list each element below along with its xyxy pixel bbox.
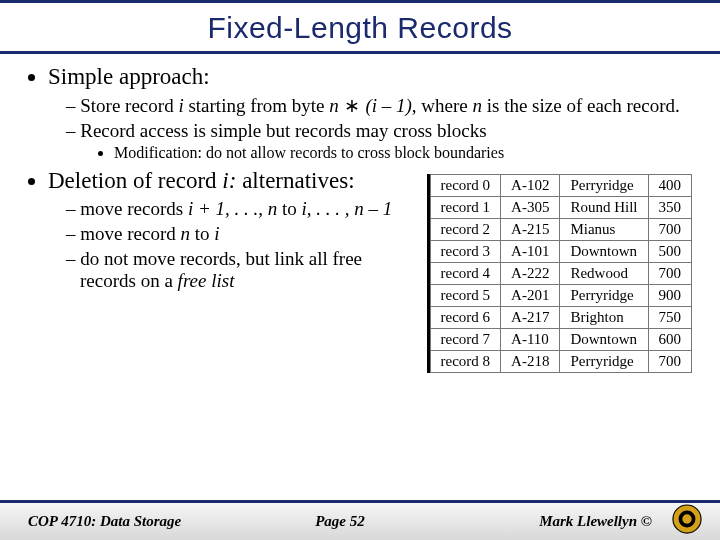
table-cell: record 6	[430, 307, 501, 329]
table-cell: A-305	[501, 197, 560, 219]
table-row: record 8A-218Perryridge700	[430, 351, 691, 373]
table-cell: record 7	[430, 329, 501, 351]
bullet-do-not-move: do not move records, but link all free r…	[66, 248, 414, 292]
table-cell: Perryridge	[560, 351, 648, 373]
table-cell: 400	[648, 175, 692, 197]
right-column: record 0A-102Perryridge400record 1A-305R…	[430, 174, 692, 373]
footer-page: Page 52	[236, 513, 444, 530]
table-cell: Brighton	[560, 307, 648, 329]
table-row: record 3A-101Downtown500	[430, 241, 691, 263]
footer-bar: COP 4710: Data Storage Page 52 Mark Llew…	[0, 500, 720, 540]
table-cell: 600	[648, 329, 692, 351]
table-cell: A-201	[501, 285, 560, 307]
table-cell: A-222	[501, 263, 560, 285]
table-cell: 900	[648, 285, 692, 307]
bullet-move-records: move records i + 1, . . ., n to i, . . .…	[66, 198, 414, 220]
table-row: record 6A-217Brighton750	[430, 307, 691, 329]
slide-content: Simple approach: Store record i starting…	[0, 54, 720, 373]
table-cell: record 5	[430, 285, 501, 307]
table-row: record 7A-110Downtown600	[430, 329, 691, 351]
table-cell: 700	[648, 351, 692, 373]
table-cell: A-101	[501, 241, 560, 263]
table-cell: record 0	[430, 175, 501, 197]
svg-point-2	[682, 514, 691, 523]
table-cell: Mianus	[560, 219, 648, 241]
table-cell: 700	[648, 219, 692, 241]
table-row: record 0A-102Perryridge400	[430, 175, 691, 197]
table-cell: A-215	[501, 219, 560, 241]
bullet-move-record-n: move record n to i	[66, 223, 414, 245]
table-cell: Downtown	[560, 241, 648, 263]
slide-title: Fixed-Length Records	[0, 11, 720, 45]
bullet-record-access: Record access is simple but records may …	[66, 120, 692, 162]
table-cell: record 4	[430, 263, 501, 285]
table-cell: A-110	[501, 329, 560, 351]
ucf-logo-icon	[672, 504, 702, 534]
bullet-modification: Modification: do not allow records to cr…	[114, 144, 692, 162]
table-cell: 350	[648, 197, 692, 219]
table-cell: Perryridge	[560, 175, 648, 197]
table-cell: Perryridge	[560, 285, 648, 307]
table-cell: record 2	[430, 219, 501, 241]
table-row: record 4A-222Redwood700	[430, 263, 691, 285]
table-cell: 750	[648, 307, 692, 329]
footer-author: Mark Llewellyn ©	[444, 513, 692, 530]
footer-course: COP 4710: Data Storage	[28, 513, 236, 530]
table-cell: record 3	[430, 241, 501, 263]
bullet-simple: Simple approach: Store record i starting…	[48, 64, 692, 162]
table-cell: record 1	[430, 197, 501, 219]
left-column: Deletion of record i: alternatives: move…	[28, 168, 414, 296]
table-cell: record 8	[430, 351, 501, 373]
table-cell: Downtown	[560, 329, 648, 351]
table-row: record 5A-201Perryridge900	[430, 285, 691, 307]
bullet-store-record: Store record i starting from byte n ∗ (i…	[66, 94, 692, 117]
table-cell: A-218	[501, 351, 560, 373]
records-table: record 0A-102Perryridge400record 1A-305R…	[430, 174, 692, 373]
table-cell: Redwood	[560, 263, 648, 285]
table-cell: A-102	[501, 175, 560, 197]
table-cell: Round Hill	[560, 197, 648, 219]
table-cell: A-217	[501, 307, 560, 329]
bullet-deletion: Deletion of record i: alternatives: move…	[48, 168, 414, 292]
title-bar: Fixed-Length Records	[0, 0, 720, 54]
table-row: record 2A-215Mianus700	[430, 219, 691, 241]
table-row: record 1A-305Round Hill350	[430, 197, 691, 219]
table-cell: 500	[648, 241, 692, 263]
table-cell: 700	[648, 263, 692, 285]
